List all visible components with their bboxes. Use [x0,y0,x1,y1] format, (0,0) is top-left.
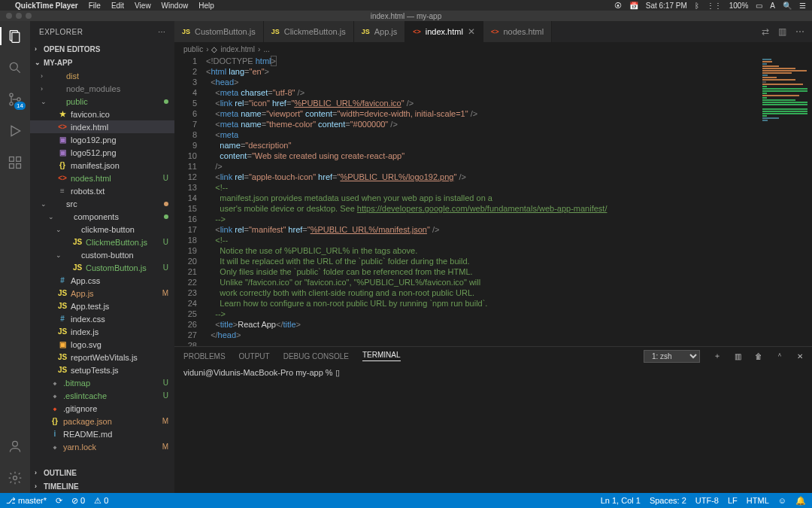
extensions-icon[interactable] [6,154,24,172]
code-body[interactable]: <!DOCTYPE html><html lang="en"> <head> <… [206,56,759,346]
tree-file[interactable]: JSClickmeButton.jsU [30,236,174,248]
status-warnings[interactable]: ⚠ 0 [94,496,108,506]
new-terminal-icon[interactable]: ＋ [714,351,721,361]
section-timeline[interactable]: ›TIMELINE [30,479,174,493]
spotlight-icon[interactable]: 🔍 [783,2,792,10]
more-actions-icon[interactable]: ⋯ [795,26,804,37]
panel-tab-problems[interactable]: PROBLEMS [183,352,226,360]
menu-window[interactable]: Window [162,2,189,10]
status-bell[interactable]: 🔔 [795,496,806,506]
editor-tab[interactable]: JSClickmeButton.js [264,21,354,42]
tree-file[interactable]: ▣logo192.png [30,133,174,146]
section-outline[interactable]: ›OUTLINE [30,466,174,479]
tree-file[interactable]: <>index.html [30,120,174,133]
tree-file[interactable]: JSCustomButton.jsU [30,261,174,274]
tree-folder[interactable]: ⌄public [30,95,174,108]
status-branch[interactable]: ⎇ master* [6,496,47,506]
status-feedback[interactable]: ☺ [778,496,786,505]
tree-file[interactable]: ▣logo512.png [30,146,174,159]
breadcrumb[interactable]: public› ◇index.html› ... [174,42,812,56]
terminal-body[interactable]: viduni@Vidunis-MacBook-Pro my-app % ▯ [174,365,812,493]
menubar-app-name[interactable]: QuickTime Player [15,2,78,10]
tree-folder[interactable]: ⌄src [30,197,174,210]
status-lang[interactable]: HTML [747,496,769,505]
accounts-icon[interactable] [6,437,24,455]
sidebar-title: EXPLORER [39,28,83,36]
tree-folder[interactable]: ⌄custom-button [30,248,174,261]
editor-tab[interactable]: <>nodes.html [483,21,552,42]
status-encoding[interactable]: UTF-8 [695,496,719,505]
split-terminal-icon[interactable]: ▥ [735,352,741,360]
tree-folder[interactable]: ›dist [30,69,174,82]
svg-point-4 [10,93,13,96]
tree-file[interactable]: ⬥.gitignore [30,402,174,415]
panel-tab-debug[interactable]: DEBUG CONSOLE [283,352,349,360]
tree-file[interactable]: #index.css [30,312,174,325]
tree-file[interactable]: iREADME.md [30,427,174,440]
panel-tabs: PROBLEMS OUTPUT DEBUG CONSOLE TERMINAL 1… [174,347,812,365]
menu-view[interactable]: View [135,2,151,10]
status-sync[interactable]: ⟳ [56,496,62,506]
tree-file[interactable]: ≡robots.txt [30,184,174,197]
svg-point-13 [14,476,17,480]
compare-icon[interactable]: ⇄ [762,26,769,37]
kill-terminal-icon[interactable]: 🗑 [755,352,762,360]
status-spaces[interactable]: Spaces: 2 [650,496,686,505]
tree-file[interactable]: JSApp.jsM [30,287,174,300]
wifi-icon[interactable]: ⋮⋮ [707,2,722,10]
source-control-icon[interactable]: 14 [6,90,24,108]
settings-gear-icon[interactable] [6,469,24,487]
editor-tab[interactable]: JSCustomButton.js [174,21,264,42]
tree-folder[interactable]: ⌄components [30,210,174,223]
bottom-panel: PROBLEMS OUTPUT DEBUG CONSOLE TERMINAL 1… [174,346,812,493]
menubar-clock[interactable]: Sat 6:17 PM [646,2,687,10]
input-source-icon[interactable]: A [770,2,775,10]
section-project[interactable]: ⌄MY-APP [30,56,174,69]
status-errors[interactable]: ⊘ 0 [71,496,85,506]
tree-folder[interactable]: ›node_modules [30,82,174,95]
maximize-panel-icon[interactable]: ＾ [776,351,783,361]
tree-file[interactable]: #App.css [30,274,174,287]
panel-tab-terminal[interactable]: TERMINAL [362,351,401,361]
editor-tab[interactable]: JSApp.js [354,21,406,42]
sidebar: EXPLORER ⋯ ›OPEN EDITORS ⌄MY-APP ›dist›n… [30,21,174,493]
status-lncol[interactable]: Ln 1, Col 1 [601,496,641,505]
traffic-lights[interactable] [6,13,32,19]
tree-file[interactable]: ▣logo.svg [30,338,174,351]
svg-line-3 [17,70,20,73]
menu-file[interactable]: File [89,2,101,10]
section-open-editors[interactable]: ›OPEN EDITORS [30,42,174,56]
tree-file[interactable]: <>nodes.htmlU [30,172,174,184]
tree-file[interactable]: JSreportWebVitals.js [30,351,174,364]
tree-file[interactable]: ⬥.eslintcacheU [30,389,174,402]
control-center-icon[interactable]: ☰ [799,2,806,10]
screen-record-icon[interactable]: ⦿ [614,2,622,10]
run-debug-icon[interactable] [6,122,24,140]
tree-file[interactable]: ⬥yarn.lockM [30,440,174,453]
battery-icon[interactable]: ▭ [756,2,762,10]
tree-file[interactable]: JSsetupTests.js [30,364,174,376]
sidebar-more-icon[interactable]: ⋯ [158,28,166,36]
search-icon[interactable] [6,59,24,77]
menubar-date[interactable]: 📅 [629,2,638,10]
tree-folder[interactable]: ⌄clickme-button [30,223,174,236]
bluetooth-icon[interactable]: ᛒ [695,2,699,10]
status-eol[interactable]: LF [728,496,738,505]
tree-file[interactable]: ⬥.bitmapU [30,376,174,389]
panel-tab-output[interactable]: OUTPUT [239,352,270,360]
editor-tab[interactable]: <>index.html✕ [405,21,483,42]
menu-edit[interactable]: Edit [111,2,124,10]
tree-file[interactable]: JSindex.js [30,325,174,338]
tree-file[interactable]: {}manifest.json [30,159,174,172]
tree-file[interactable]: ★favicon.ico [30,108,174,120]
terminal-select[interactable]: 1: zsh [644,350,700,363]
code-editor[interactable]: 1234567891011121314151617181920212223242… [174,56,812,346]
split-editor-icon[interactable]: ▥ [778,26,786,37]
explorer-icon[interactable] [6,27,24,45]
tree-file[interactable]: {}package.jsonM [30,415,174,427]
menu-help[interactable]: Help [198,2,214,10]
close-panel-icon[interactable]: ✕ [797,352,803,360]
close-tab-icon[interactable]: ✕ [468,26,475,37]
minimap[interactable] [759,56,812,346]
tree-file[interactable]: JSApp.test.js [30,300,174,312]
